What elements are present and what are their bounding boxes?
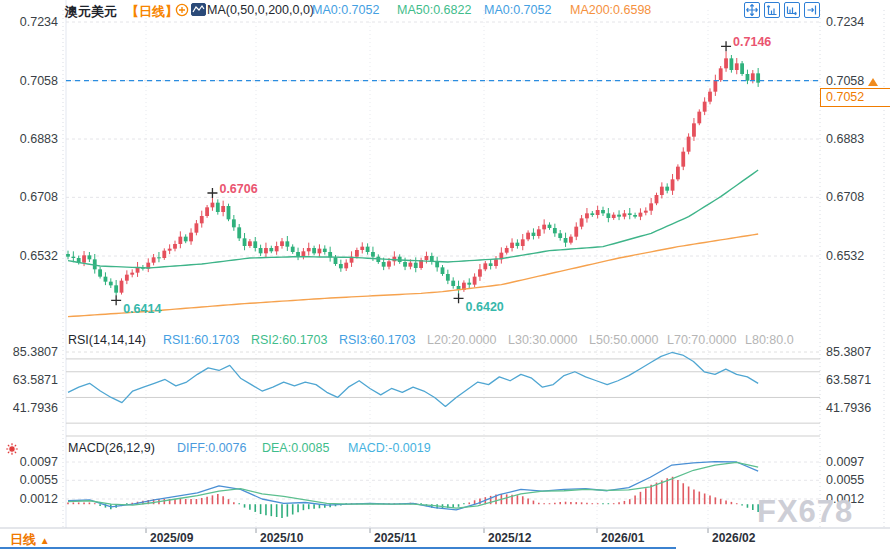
price-axis-label-left: 0.7058 — [0, 74, 58, 88]
current-price-badge: 0.7052 — [820, 88, 890, 107]
time-axis-label: 2025/09 — [150, 531, 193, 545]
price-marker-label: 0.6706 — [219, 182, 257, 196]
price-axis-label-left: 0.6708 — [0, 190, 58, 204]
ma-legend-item: MA200:0.6598 — [570, 3, 651, 18]
rsi-legend-item: RSI2:60.1703 — [251, 333, 327, 348]
watermark: FX678 — [757, 494, 853, 530]
price-up-arrow-icon — [868, 78, 878, 86]
time-axis-label: 2026/02 — [712, 531, 755, 545]
rsi-axis-label-left: 63.5871 — [0, 373, 58, 387]
time-axis-label: 2026/01 — [601, 531, 644, 545]
rsi-function-label: RSI(14,14,14) — [68, 333, 146, 348]
tab-daily[interactable]: 日线 ▲ — [10, 531, 50, 549]
ma-legend-item: MA50:0.6822 — [397, 3, 471, 18]
plus-circle-icon[interactable] — [175, 3, 191, 18]
symbol-title: 澳元美元 — [65, 3, 117, 21]
time-axis-label: 2025/11 — [374, 531, 417, 545]
macd-function-label: MACD(26,12,9) — [68, 441, 155, 456]
price-axis-label-right: 0.6708 — [826, 190, 864, 204]
price-axis-label-right: 0.7234 — [826, 15, 864, 29]
time-axis-label: 2025/12 — [488, 531, 531, 545]
chart-canvas[interactable] — [0, 0, 890, 549]
macd-axis-label-right: 0.0055 — [826, 473, 864, 487]
price-marker-label: 0.6420 — [466, 300, 504, 314]
price-axis-label-right: 0.6883 — [826, 132, 864, 146]
price-marker-label: 0.6414 — [123, 302, 161, 316]
time-axis-label: 2025/10 — [260, 531, 303, 545]
price-axis-label-right: 0.6532 — [826, 249, 864, 263]
macd-axis-label-left: 0.0097 — [0, 455, 58, 469]
rsi-level-label: L50:50.0000 — [589, 333, 659, 348]
chevron-up-icon: ▲ — [40, 535, 50, 546]
ma-function-label: MA(0,50,0,200,0,0) — [207, 3, 314, 18]
rsi-level-label: L20:20.0000 — [427, 333, 497, 348]
macd-axis-label-left: 0.0012 — [0, 492, 58, 506]
scale-vertical-icon[interactable] — [764, 2, 780, 17]
rsi-legend-item: RSI1:60.1703 — [163, 333, 239, 348]
chart-app: 澳元美元 【日线】 MA(0,50,0,200,0,0) MA0:0.7052M… — [0, 0, 890, 549]
rsi-axis-label-left: 85.3807 — [0, 345, 58, 359]
macd-legend-item: DEA:0.0085 — [262, 441, 329, 456]
rsi-level-label: L30:30.0000 — [508, 333, 578, 348]
macd-axis-label-left: 0.0055 — [0, 473, 58, 487]
scale-horizontal-icon[interactable] — [784, 2, 800, 17]
rsi-level-label: L80:80.0 — [745, 333, 794, 348]
rsi-legend-item: RSI3:60.1703 — [339, 333, 415, 348]
macd-legend-item: DIFF:0.0076 — [177, 441, 246, 456]
price-axis-label-left: 0.6883 — [0, 132, 58, 146]
macd-legend-item: MACD:-0.0019 — [348, 441, 431, 456]
pan-icon[interactable] — [744, 2, 760, 17]
rsi-level-label: L70:70.0000 — [667, 333, 737, 348]
price-axis-label-left: 0.7234 — [0, 15, 58, 29]
rsi-axis-label-right: 63.5871 — [826, 373, 871, 387]
rsi-axis-label-right: 41.7936 — [826, 401, 871, 415]
price-marker-label: 0.7146 — [733, 35, 771, 49]
rsi-axis-label-right: 85.3807 — [826, 345, 871, 359]
period-label: 【日线】 — [126, 3, 178, 21]
mini-chart-icon[interactable] — [191, 3, 207, 18]
price-axis-label-left: 0.6532 — [0, 249, 58, 263]
rsi-axis-label-left: 41.7936 — [0, 401, 58, 415]
macd-axis-label-right: 0.0097 — [826, 455, 864, 469]
go-to-latest-icon[interactable] — [804, 2, 820, 17]
ma-legend-item: MA0:0.7052 — [484, 3, 551, 18]
price-axis-label-right: 0.7058 — [826, 74, 864, 88]
ma-legend-item: MA0:0.7052 — [312, 3, 379, 18]
tab-daily-label: 日线 — [10, 532, 36, 547]
